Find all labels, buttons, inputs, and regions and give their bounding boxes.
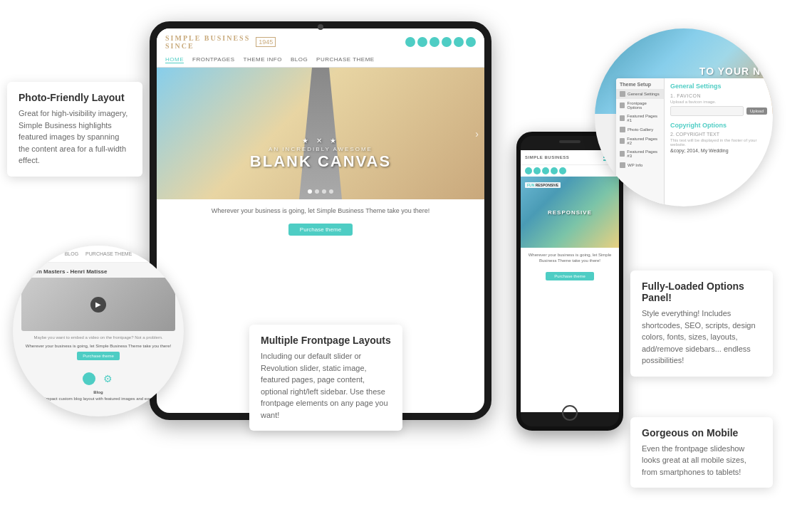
settings-panel: Theme Setup General Settings Frontpage O…	[616, 78, 773, 206]
sidebar-item-general[interactable]: General Settings	[616, 89, 664, 99]
blog-circle-inner: BLOG PURCHASE THEME Modern Masters - Hen…	[13, 246, 184, 416]
hero-dot-3	[322, 189, 326, 194]
social-icons	[405, 37, 476, 47]
video-play-icon[interactable]: ▶	[90, 297, 106, 313]
hero-dot-2	[315, 189, 319, 194]
site-header: SIMPLE BUSINESS SINCE 1945 HOME FRONTPAG…	[157, 28, 484, 68]
sidebar-item-gallery[interactable]: Photo Gallery	[616, 125, 664, 135]
blog-title: Modern Masters - Henri Matisse	[21, 268, 175, 275]
sidebar-item-featured2[interactable]: Featured Pages #2	[616, 135, 664, 147]
hero-headline: BLANK CANVAS	[250, 152, 391, 171]
logo-since: 1945	[256, 37, 276, 47]
site-nav: HOME FRONTPAGES THEME INFO BLOG PURCHASE…	[165, 53, 476, 67]
callout-options-text: Style everything! Includes shortcodes, S…	[642, 308, 761, 367]
favicon-input[interactable]	[670, 106, 744, 116]
settings-sidebar: Theme Setup General Settings Frontpage O…	[616, 78, 665, 206]
hero-image: ★ ✕ ★ AN INCREDIBLY AWESOME BLANK CANVAS…	[157, 68, 484, 199]
callout-frontpage-text: Including our default slider or Revoluti…	[261, 350, 391, 421]
hero-dots	[308, 189, 333, 194]
settings-icon-wp	[620, 162, 625, 168]
phone-cta-button[interactable]: Purchase theme	[546, 272, 594, 280]
callout-photo-layout: Photo-Friendly Layout Great for high-vis…	[7, 82, 142, 177]
phone-hero-text: RESPONSIVE	[548, 209, 592, 216]
phone-hero-sub: RESPONSIVE	[536, 183, 559, 187]
social-icon-4	[442, 37, 452, 47]
site-cta-button[interactable]: Purchase theme	[288, 224, 353, 236]
settings-icon-gallery	[620, 127, 625, 132]
nav-purchase[interactable]: PURCHASE THEME	[316, 56, 375, 63]
settings-circle: TO YOUR NI Theme Setup General Settings …	[595, 28, 773, 206]
social-icon-1	[405, 37, 415, 47]
gear-icon: ⚙	[101, 372, 114, 385]
sidebar-label-featured2: Featured Pages #2	[627, 137, 660, 145]
copyright-options-title: Copyright Options	[670, 122, 767, 129]
phone-social-1	[525, 167, 532, 174]
phone-social-2	[533, 167, 541, 174]
site-logo: SIMPLE BUSINESS SINCE 1945	[165, 34, 476, 50]
sidebar-label-featured3: Featured Pages #3	[627, 149, 660, 158]
favicon-field-row: Upload	[670, 106, 767, 116]
hero-arrow-right: ›	[475, 128, 479, 140]
social-icon-2	[417, 37, 427, 47]
callout-photo-text: Great for high-visibility imagery, Simpl…	[19, 107, 131, 167]
callout-photo-title: Photo-Friendly Layout	[19, 92, 131, 103]
phone-logo: SIMPLE BUSINESS	[525, 155, 569, 159]
callout-mobile-title: Gorgeous on Mobile	[642, 427, 761, 439]
site-body: Wherever your business is going, let Sim…	[157, 199, 484, 243]
sidebar-label-general: General Settings	[628, 92, 660, 96]
hero-dot-4	[329, 189, 333, 194]
nav-home[interactable]: HOME	[165, 56, 184, 63]
settings-icon-fp	[620, 103, 625, 108]
blog-nav-purchase[interactable]: PURCHASE THEME	[85, 251, 132, 256]
nav-theme-info[interactable]: THEME INFO	[244, 56, 282, 63]
phone-social-3	[542, 167, 549, 174]
nav-blog[interactable]: BLOG	[291, 56, 308, 63]
settings-photo-text: TO YOUR NI	[699, 65, 764, 77]
blog-footer-text: Blog High-impact custom blog layout with…	[28, 388, 169, 403]
sidebar-item-featured3[interactable]: Featured Pages #3	[616, 147, 664, 160]
social-icon-6	[466, 37, 476, 47]
callout-mobile: Gorgeous on Mobile Even the frontpage sl…	[630, 417, 773, 488]
phone-home-button	[562, 405, 578, 421]
blog-image-area: ▶	[21, 278, 175, 331]
sidebar-label-featured1: Featured Pages #1	[627, 114, 660, 122]
phone-hero-tag: FUN	[527, 183, 534, 187]
callout-options: Fully-Loaded Options Panel! Style everyt…	[630, 271, 773, 377]
settings-main: General Settings 1. FAVICON Upload a fav…	[665, 78, 773, 206]
upload-button[interactable]: Upload	[746, 107, 767, 115]
sidebar-item-wpinfo[interactable]: WP Info	[616, 160, 664, 170]
logo-main-text: SIMPLE BUSINESS	[165, 34, 250, 42]
blog-footer: ⚙	[13, 369, 184, 388]
copyright-value: &copy; 2014, My Wedding	[670, 148, 767, 153]
tablet-camera	[318, 24, 323, 30]
phone-body-text: Wherever your business is going, let Sim…	[526, 252, 613, 264]
sidebar-item-frontpage[interactable]: Frontpage Options	[616, 99, 664, 112]
wordpress-icon	[83, 372, 95, 385]
blog-content: Modern Masters - Henri Matisse ▶ Maybe y…	[13, 263, 184, 369]
settings-icon	[620, 91, 625, 97]
hero-tagline: AN INCREDIBLY AWESOME	[250, 146, 391, 152]
sidebar-label-wpinfo: WP Info	[628, 163, 642, 167]
logo-tagline: SINCE	[165, 42, 250, 50]
copyright-text-label: 2. COPYRIGHT TEXT	[670, 132, 767, 137]
sidebar-label-gallery: Photo Gallery	[628, 127, 653, 132]
hero-stars: ★ ✕ ★	[250, 137, 391, 145]
blog-caption: Maybe you want to embed a video on the f…	[21, 335, 175, 340]
copyright-hint: This text will be displayed in the foote…	[670, 138, 767, 147]
blog-nav: BLOG PURCHASE THEME	[13, 246, 184, 263]
sidebar-item-featured1[interactable]: Featured Pages #1	[616, 112, 664, 125]
nav-frontpages[interactable]: FRONTPAGES	[192, 56, 235, 63]
settings-icon-f1	[620, 115, 625, 121]
phone-speaker	[559, 140, 581, 143]
hero-text: ★ ✕ ★ AN INCREDIBLY AWESOME BLANK CANVAS	[250, 137, 391, 171]
blog-nav-blog[interactable]: BLOG	[65, 251, 78, 256]
site-body-text: Wherever your business is going, let Sim…	[167, 206, 474, 216]
blog-cta-button[interactable]: Purchase theme	[77, 352, 120, 360]
social-icon-3	[430, 37, 439, 47]
blog-footer-label: Blog	[93, 390, 103, 394]
callout-mobile-text: Even the frontpage slideshow looks great…	[642, 443, 761, 478]
settings-sidebar-title: Theme Setup	[616, 78, 664, 89]
blog-footer-desc: High-impact custom blog layout with feat…	[35, 397, 162, 401]
phone-social-4	[551, 167, 558, 174]
hero-dot-1	[308, 189, 312, 194]
